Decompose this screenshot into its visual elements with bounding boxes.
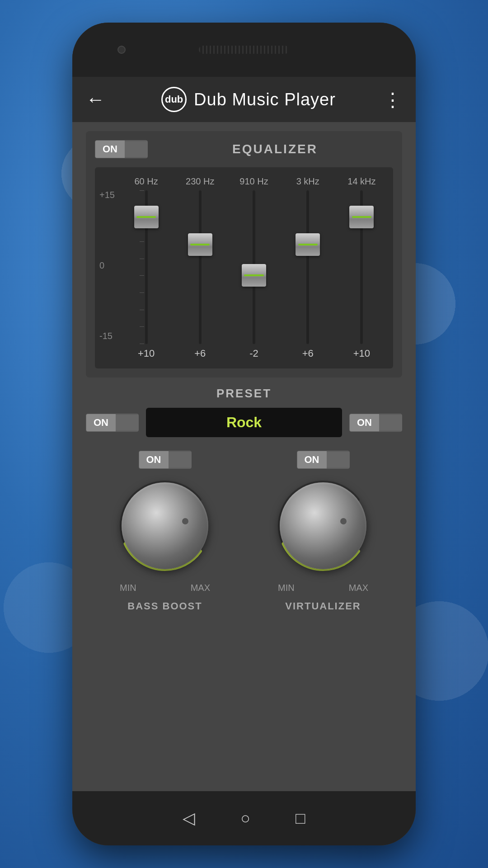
preset-toggle-right-on-label: ON — [350, 414, 379, 431]
bass-boost-minmax: MIN MAX — [115, 583, 215, 593]
preset-toggle-right-track — [379, 415, 402, 431]
slider-0[interactable] — [137, 190, 155, 344]
app-content: ← dub Dub Music Player ⋮ ON EQUALIZER — [72, 77, 416, 791]
eq-band-14khz: 14 kHz +10 — [335, 176, 389, 359]
eq-bands-container: +15 0 -15 60 Hz — [95, 167, 393, 368]
eq-toggle-on-label: ON — [95, 141, 125, 158]
slider-2[interactable] — [245, 190, 263, 344]
bass-boost-group: ON M — [115, 451, 215, 612]
logo-area: dub Dub Music Player — [114, 87, 383, 112]
eq-header: ON EQUALIZER — [95, 140, 393, 158]
slider-4[interactable] — [352, 190, 371, 344]
preset-toggle-right[interactable]: ON — [349, 414, 402, 432]
bass-boost-knob[interactable] — [115, 476, 215, 576]
slider-thumb-2[interactable] — [242, 264, 266, 287]
band-value-4: +10 — [353, 348, 370, 359]
equalizer-section: ON EQUALIZER +15 0 -15 60 Hz — [86, 131, 402, 377]
eq-toggle[interactable]: ON — [95, 140, 148, 158]
band-label-2: 910 Hz — [239, 176, 268, 187]
slider-track-2 — [253, 190, 255, 344]
app-title: Dub Music Player — [194, 90, 336, 109]
slider-3[interactable] — [299, 190, 317, 344]
band-value-2: -2 — [249, 348, 258, 359]
preset-controls: ON Rock ON — [86, 408, 402, 437]
band-value-0: +10 — [138, 348, 155, 359]
virtualizer-toggle[interactable]: ON — [297, 451, 350, 469]
bass-boost-knob-dot — [182, 518, 188, 524]
eq-band-3khz: 3 kHz +6 — [281, 176, 335, 359]
bass-boost-label: BASS BOOST — [127, 600, 202, 612]
eq-y-axis: +15 0 -15 — [99, 176, 119, 359]
eq-title: EQUALIZER — [157, 142, 393, 156]
eq-band-60hz: 60 Hz — [119, 176, 173, 359]
slider-track-3 — [306, 190, 309, 344]
preset-toggle-left[interactable]: ON — [86, 414, 139, 432]
app-logo: dub — [161, 87, 187, 112]
slider-track-4 — [360, 190, 363, 344]
band-label-4: 14 kHz — [347, 176, 375, 187]
top-bar: ← dub Dub Music Player ⋮ — [72, 77, 416, 122]
slider-thumb-4[interactable] — [349, 206, 374, 228]
virtualizer-toggle-track — [327, 452, 349, 468]
more-button[interactable]: ⋮ — [383, 89, 402, 111]
slider-thumb-3[interactable] — [296, 233, 320, 256]
preset-title: PRESET — [86, 387, 402, 401]
bass-boost-toggle-track — [169, 452, 191, 468]
virtualizer-group: ON M — [273, 451, 373, 612]
preset-name-button[interactable]: Rock — [146, 408, 342, 437]
top-bezel — [72, 23, 416, 77]
virtualizer-max: MAX — [349, 583, 368, 593]
slider-thumb-1[interactable] — [188, 233, 212, 256]
eq-y-mid: 0 — [99, 260, 115, 271]
bass-boost-knob-body — [122, 482, 208, 569]
preset-section: PRESET ON Rock ON — [86, 387, 402, 437]
bass-boost-max: MAX — [191, 583, 210, 593]
band-label-0: 60 Hz — [134, 176, 158, 187]
band-label-3: 3 kHz — [296, 176, 319, 187]
band-value-3: +6 — [302, 348, 314, 359]
virtualizer-knob-dot — [340, 518, 347, 524]
virtualizer-knob-body — [280, 482, 366, 569]
preset-toggle-on-label: ON — [86, 414, 116, 431]
speaker-grille — [199, 46, 289, 54]
virtualizer-toggle-label: ON — [297, 451, 327, 468]
eq-y-max: +15 — [99, 190, 115, 200]
nav-recent-icon[interactable]: □ — [296, 809, 305, 828]
preset-toggle-track — [116, 415, 138, 431]
nav-back-icon[interactable]: ◁ — [183, 809, 195, 828]
eq-toggle-track — [125, 141, 147, 157]
eq-band-910hz: 910 Hz -2 — [227, 176, 281, 359]
main-panel: ON EQUALIZER +15 0 -15 60 Hz — [72, 122, 416, 791]
bottom-bezel: ◁ ○ □ — [72, 791, 416, 845]
band-value-1: +6 — [194, 348, 206, 359]
eq-band-230hz: 230 Hz +6 — [173, 176, 227, 359]
camera-dot — [117, 46, 126, 54]
back-button[interactable]: ← — [86, 89, 105, 110]
band-label-1: 230 Hz — [186, 176, 214, 187]
bass-boost-toggle-label: ON — [139, 451, 169, 468]
knob-section: ON M — [86, 446, 402, 617]
eq-y-min: -15 — [99, 331, 115, 341]
virtualizer-min: MIN — [278, 583, 295, 593]
virtualizer-knob[interactable] — [273, 476, 373, 576]
virtualizer-minmax: MIN MAX — [273, 583, 373, 593]
slider-track-1 — [199, 190, 202, 344]
virtualizer-label: VIRTUALIZER — [285, 600, 361, 612]
phone-frame: ← dub Dub Music Player ⋮ ON EQUALIZER — [72, 23, 416, 845]
slider-thumb-0[interactable] — [134, 206, 159, 228]
bass-boost-min: MIN — [120, 583, 136, 593]
slider-1[interactable] — [191, 190, 209, 344]
slider-track-0 — [145, 190, 148, 344]
nav-home-icon[interactable]: ○ — [240, 809, 250, 828]
bass-boost-toggle[interactable]: ON — [139, 451, 192, 469]
